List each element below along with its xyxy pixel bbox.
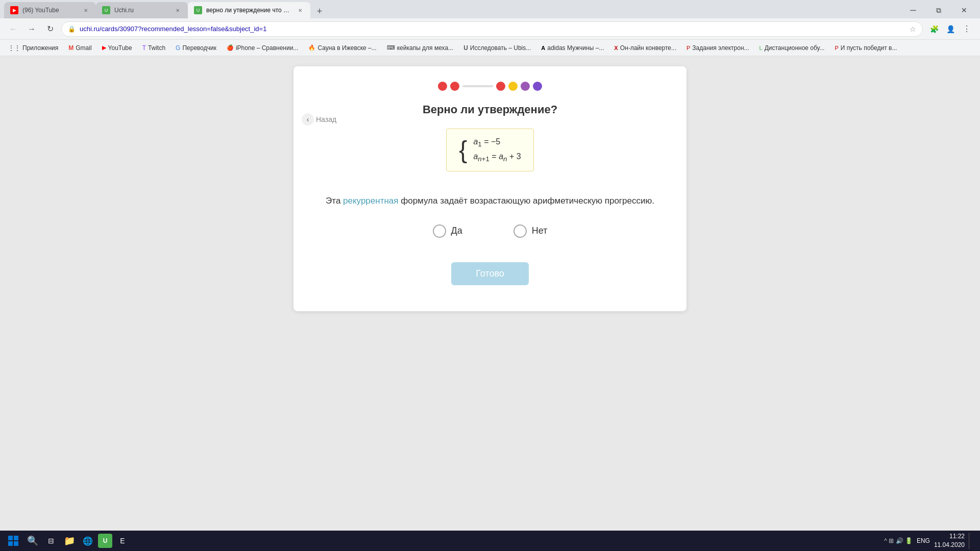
progress-dot-1: [438, 82, 447, 91]
progress-dot-5: [521, 82, 530, 91]
epic-icon[interactable]: E: [114, 533, 131, 549]
tab-current[interactable]: U верно ли утверждение что эта... ✕: [188, 2, 310, 18]
chrome-icon[interactable]: 🌐: [80, 533, 96, 549]
bookmark-label: Дистанционное обу...: [765, 44, 825, 52]
progress-bar: [314, 82, 666, 91]
tab-favicon-uchiru: U: [102, 6, 110, 14]
bookmark-label: Переводчик: [182, 44, 216, 52]
bookmark-twitch[interactable]: T Twitch: [138, 43, 169, 53]
option-yes-label[interactable]: Да: [433, 224, 462, 238]
svg-rect-1: [14, 536, 18, 540]
tasks-icon: P: [687, 45, 690, 51]
bookmark-victory[interactable]: P И пусть победит в...: [830, 43, 901, 53]
sauna-icon: 🔥: [308, 44, 315, 51]
tray-icons: ^ ⊞ 🔊 🔋: [884, 537, 913, 544]
bookmark-converter[interactable]: X Он-лайн конверте...: [610, 43, 680, 53]
bookmark-keycaps[interactable]: ⌨ кейкапы для меха...: [383, 43, 457, 53]
bookmark-gmail[interactable]: M Gmail: [64, 43, 95, 53]
tab-favicon-current: U: [194, 6, 202, 14]
tab-title-youtube: (96) YouTube: [22, 7, 78, 14]
show-desktop-button[interactable]: [969, 533, 972, 549]
svg-rect-2: [8, 541, 13, 546]
tab-youtube[interactable]: ▶ (96) YouTube ✕: [4, 2, 96, 18]
translate-icon: G: [176, 44, 180, 52]
bookmark-sauna[interactable]: 🔥 Сауна в Ижевске –...: [304, 43, 380, 53]
search-taskbar-icon[interactable]: 🔍: [24, 533, 41, 549]
profile-button[interactable]: 👤: [943, 22, 958, 36]
gmail-icon: M: [68, 44, 74, 52]
reload-button[interactable]: ↻: [43, 22, 57, 36]
bookmarks-bar: ⋮⋮ Приложения M Gmail ▶ YouTube T Twitch…: [0, 40, 980, 56]
address-bar[interactable]: 🔒 uchi.ru/cards/30907?recommended_lesson…: [61, 21, 923, 37]
bookmark-label: Приложения: [22, 44, 58, 52]
tab-close-youtube[interactable]: ✕: [82, 6, 90, 14]
question-text-before: Эта: [326, 196, 343, 206]
new-tab-button[interactable]: +: [312, 4, 327, 18]
back-arrow-icon: ‹: [302, 113, 314, 126]
bookmark-label: кейкапы для меха...: [397, 44, 453, 52]
keycaps-icon: ⌨: [387, 44, 395, 51]
start-button[interactable]: [4, 532, 22, 550]
lock-icon: 🔒: [68, 26, 76, 33]
formula-wrapper: { a1 = −5 an+1 = an + 3: [314, 129, 666, 184]
menu-button[interactable]: ⋮: [960, 22, 974, 36]
option-yes-text: Да: [451, 226, 462, 236]
radio-yes[interactable]: [433, 224, 446, 238]
adidas-icon: A: [541, 45, 545, 51]
restore-button[interactable]: ⧉: [927, 2, 950, 18]
bookmark-star-icon[interactable]: ☆: [910, 25, 916, 33]
bookmark-apps[interactable]: ⋮⋮ Приложения: [4, 43, 62, 53]
minimize-button[interactable]: ─: [901, 2, 925, 18]
option-no-text: Нет: [532, 226, 548, 236]
extensions-button[interactable]: 🧩: [927, 22, 941, 36]
close-window-button[interactable]: ✕: [952, 2, 976, 18]
question-text: Эта рекуррентная формула задаёт возраста…: [314, 194, 666, 208]
tab-favicon-youtube: ▶: [10, 6, 18, 14]
uchi-icon[interactable]: U: [98, 534, 112, 548]
progress-dot-2: [450, 82, 459, 91]
bookmark-ubisoft[interactable]: U Исследовать – Ubis...: [459, 43, 535, 53]
tab-title-uchiru: Uchi.ru: [114, 7, 169, 14]
recurrent-link[interactable]: рекуррентная: [343, 196, 398, 206]
bookmark-label: И пусть победит в...: [841, 44, 897, 52]
bookmark-tasks[interactable]: P Задания электрон...: [682, 43, 753, 53]
nav-bar: ← → ↻ 🔒 uchi.ru/cards/30907?recommended_…: [0, 18, 980, 40]
nav-right-icons: 🧩 👤 ⋮: [927, 22, 974, 36]
distance-icon: L: [760, 45, 763, 51]
tabs-bar: ▶ (96) YouTube ✕ U Uchi.ru ✕ U верно ли …: [0, 0, 980, 18]
bookmark-iphone[interactable]: 🍎 iPhone – Сравнении...: [223, 43, 302, 53]
back-nav-button[interactable]: ←: [6, 22, 20, 36]
keyboard-lang[interactable]: ENG: [917, 537, 930, 544]
bookmark-label: Он-лайн конверте...: [620, 44, 676, 52]
tab-close-uchiru[interactable]: ✕: [174, 6, 182, 14]
bookmark-label: adidas Мужчины –...: [547, 44, 604, 52]
back-label: Назад: [316, 115, 336, 123]
content-area: ‹ Назад Верно ли утверждение? { a1 = −5: [0, 56, 980, 531]
question-title: Верно ли утверждение?: [314, 103, 666, 116]
question-card: ‹ Назад Верно ли утверждение? { a1 = −5: [293, 66, 687, 311]
iphone-icon: 🍎: [227, 44, 234, 51]
bookmark-translate[interactable]: G Переводчик: [172, 43, 220, 53]
formula-system: { a1 = −5 an+1 = an + 3: [459, 137, 521, 163]
explorer-icon[interactable]: 📁: [61, 533, 78, 549]
task-view-icon[interactable]: ⊟: [43, 533, 59, 549]
bookmark-distance[interactable]: L Дистанционное обу...: [755, 43, 829, 53]
submit-button[interactable]: Готово: [451, 262, 529, 285]
svg-rect-0: [8, 536, 13, 540]
progress-dot-6: [533, 82, 542, 91]
ubisoft-icon: U: [463, 44, 468, 52]
bookmark-youtube[interactable]: ▶ YouTube: [98, 43, 136, 53]
tab-uchiru[interactable]: U Uchi.ru ✕: [96, 2, 188, 18]
bookmark-label: YouTube: [108, 44, 132, 52]
taskbar-time-date: 11:22 11.04.2020: [934, 532, 965, 549]
progress-dot-4: [508, 82, 518, 91]
back-button[interactable]: ‹ Назад: [302, 113, 336, 126]
tab-close-current[interactable]: ✕: [296, 6, 304, 14]
options-row: Да Нет: [314, 224, 666, 238]
bookmark-adidas[interactable]: A adidas Мужчины –...: [537, 43, 608, 53]
option-no-label[interactable]: Нет: [513, 224, 548, 238]
radio-no[interactable]: [513, 224, 527, 238]
forward-nav-button[interactable]: →: [24, 22, 39, 36]
bookmark-label: Исследовать – Ubis...: [470, 44, 531, 52]
converter-icon: X: [614, 45, 618, 51]
